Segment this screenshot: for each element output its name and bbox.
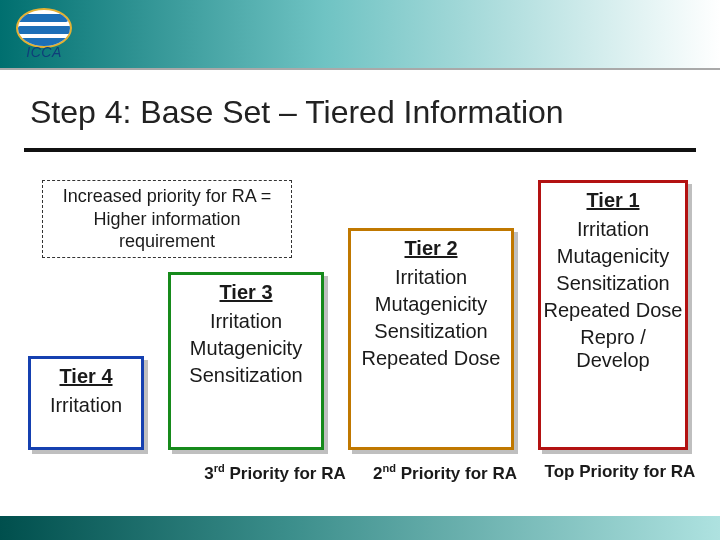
tier-2-entry: Irritation (351, 266, 511, 289)
tier-2-entry: Sensitization (351, 320, 511, 343)
logo-text: ICCA (12, 44, 76, 60)
tier-3-head: Tier 3 (171, 281, 321, 304)
tier-3-entry: Sensitization (171, 364, 321, 387)
tier-3-entry: Mutagenicity (171, 337, 321, 360)
tier-1-head: Tier 1 (541, 189, 685, 212)
tier-2-head: Tier 2 (351, 237, 511, 260)
tier-2-entry: Mutagenicity (351, 293, 511, 316)
caption-tier-1: Top Priority for RA (530, 462, 710, 484)
tier-4-box: Tier 4 Irritation (28, 356, 144, 450)
caption-tier-2: 2nd Priority for RA (360, 462, 530, 484)
caption-tier-3: 3rd Priority for RA (190, 462, 360, 484)
tier-1-entry: Mutagenicity (541, 245, 685, 268)
footer-band (0, 516, 720, 540)
tier-1-box: Tier 1 Irritation Mutagenicity Sensitiza… (538, 180, 688, 450)
tier-3-entry: Irritation (171, 310, 321, 333)
title-underline (24, 148, 696, 152)
tier-1-entry: Repeated Dose (541, 299, 685, 322)
tier-4-head: Tier 4 (31, 365, 141, 388)
priority-note: Increased priority for RA = Higher infor… (42, 180, 292, 258)
tier-2-box: Tier 2 Irritation Mutagenicity Sensitiza… (348, 228, 514, 450)
tier-1-entry: Irritation (541, 218, 685, 241)
tier-1-entry: Sensitization (541, 272, 685, 295)
logo-oval (16, 8, 72, 48)
logo: ICCA (12, 4, 76, 62)
slide-title: Step 4: Base Set – Tiered Information (30, 94, 690, 131)
slide: ICCA Step 4: Base Set – Tiered Informati… (0, 0, 720, 540)
caption-row: 3rd Priority for RA 2nd Priority for RA … (0, 462, 720, 484)
tier-2-entry: Repeated Dose (351, 347, 511, 370)
tier-3-box: Tier 3 Irritation Mutagenicity Sensitiza… (168, 272, 324, 450)
tier-1-entry: Repro / Develop (541, 326, 685, 372)
tier-4-entry: Irritation (31, 394, 141, 417)
header-band (0, 0, 720, 70)
